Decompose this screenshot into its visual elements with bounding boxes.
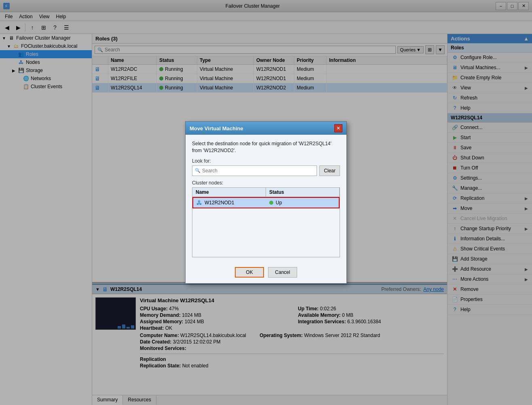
modal-title: Move Virtual Machine bbox=[190, 125, 243, 131]
move-vm-modal: Move Virtual Machine ✕ Select the destin… bbox=[185, 121, 347, 284]
modal-titlebar: Move Virtual Machine ✕ bbox=[186, 122, 346, 135]
modal-search-wrap: 🔍 bbox=[192, 165, 317, 176]
modal-close-button[interactable]: ✕ bbox=[334, 124, 342, 132]
search-row: 🔍 Clear bbox=[192, 165, 340, 176]
col-node-name: Name bbox=[192, 188, 266, 197]
col-node-status: Status bbox=[266, 188, 340, 197]
look-for-label: Look for: bbox=[192, 158, 340, 164]
node-table-header: Name Status bbox=[192, 187, 340, 197]
modal-search-input[interactable] bbox=[202, 168, 314, 174]
modal-cancel-button[interactable]: Cancel bbox=[268, 267, 297, 278]
node-status-icon bbox=[269, 201, 273, 205]
modal-overlay: Move Virtual Machine ✕ Select the destin… bbox=[0, 0, 532, 405]
modal-clear-button[interactable]: Clear bbox=[319, 165, 340, 176]
node-icon: 🖧 bbox=[196, 199, 202, 206]
node-table: 🖧 W12R2NOD1 Up bbox=[192, 197, 340, 257]
modal-ok-button[interactable]: OK bbox=[235, 267, 264, 278]
cluster-nodes-label: Cluster nodes: bbox=[192, 180, 340, 186]
node-status-cell: Up bbox=[266, 198, 339, 208]
modal-description: Select the destination node for quick mi… bbox=[192, 140, 340, 154]
modal-body: Select the destination node for quick mi… bbox=[186, 135, 346, 263]
modal-search-icon: 🔍 bbox=[195, 168, 201, 173]
node-name-cell: 🖧 W12R2NOD1 bbox=[193, 198, 266, 208]
node-row[interactable]: 🖧 W12R2NOD1 Up bbox=[192, 197, 340, 208]
modal-footer: OK Cancel bbox=[186, 263, 346, 283]
